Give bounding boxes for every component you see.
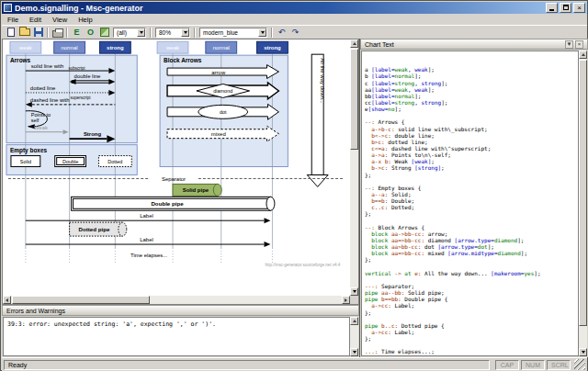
toolbar: E O (all) 80% modern_blue ↶ ↷ <box>2 26 587 39</box>
double-arrow-label: double line <box>74 73 101 79</box>
triangle-up-icon <box>582 53 585 56</box>
panel-close-button[interactable]: × <box>575 40 583 49</box>
entity-label: normal <box>213 45 230 51</box>
embedded-o-icon: O <box>87 28 94 38</box>
dotted-pipe-end <box>119 222 127 236</box>
embedded-e-icon: E <box>74 28 79 38</box>
object-button[interactable] <box>97 27 111 39</box>
dashed-arrow-superscript: superscript <box>71 96 92 100</box>
menu-view[interactable]: View <box>47 15 73 25</box>
scroll-left-button[interactable] <box>3 296 11 304</box>
self-arrow-label2: self <box>31 118 40 123</box>
error-line[interactable]: 39:3: error: unexpected string: 'a', exp… <box>7 320 345 328</box>
triangle-right-icon <box>345 298 347 302</box>
vscroll-thumb[interactable] <box>350 49 358 150</box>
status-message: Ready <box>4 360 490 370</box>
triangle-down-icon <box>353 290 356 293</box>
zoom-combo-arrow-button[interactable] <box>181 28 189 37</box>
arrowhead <box>264 218 270 223</box>
page-select-combo[interactable]: (all) <box>113 28 146 38</box>
page-combo-arrow-button[interactable] <box>137 28 145 37</box>
entity-label: strong <box>264 45 281 51</box>
menu-help[interactable]: Help <box>73 15 97 25</box>
design-value: modern_blue <box>203 29 238 36</box>
chevron-down-icon <box>261 31 265 34</box>
errors-vscrollbar[interactable] <box>350 317 358 356</box>
solid-empty-box-label: Solid <box>20 159 31 164</box>
zoom-combo[interactable]: 80% <box>155 28 190 38</box>
undo-icon: ↶ <box>278 28 286 38</box>
new-file-button[interactable] <box>4 27 17 39</box>
canvas-vscrollbar[interactable] <box>350 39 358 296</box>
entity-label: weak <box>18 45 32 51</box>
scroll-up-button[interactable] <box>350 39 358 48</box>
design-combo-arrow-button[interactable] <box>258 28 266 37</box>
minimize-button[interactable] <box>546 3 558 13</box>
save-button[interactable] <box>31 27 45 39</box>
code-editor[interactable]: a [label=weak, weak];b [label=normal];c … <box>361 51 579 356</box>
embedded-o-button[interactable]: O <box>84 27 97 39</box>
hscroll-thumb[interactable] <box>12 296 150 304</box>
toolbar-separator <box>66 28 68 38</box>
print-button[interactable] <box>51 27 64 39</box>
chart-text-title: Chart Text <box>365 41 394 48</box>
menu-file[interactable]: File <box>2 15 24 25</box>
titlebar[interactable]: Demo.signalling - Msc-generator × <box>2 2 587 14</box>
statusbar: Ready CAP NUM SCRL <box>2 357 587 371</box>
open-file-button[interactable] <box>17 27 31 39</box>
chart-text-header[interactable]: Chart Text ▼ × <box>360 39 588 50</box>
scroll-right-button[interactable] <box>342 296 350 304</box>
pipe-arrow-label-2: Label <box>140 237 153 242</box>
chart-text-panel: Chart Text ▼ × a [label=weak, weak];b [l… <box>359 39 588 357</box>
solid-pipe-end <box>213 184 221 196</box>
entity-label: strong <box>107 45 124 51</box>
errors-list[interactable]: 39:3: error: unexpected string: 'a', exp… <box>3 317 350 356</box>
close-button[interactable]: × <box>573 3 585 13</box>
errors-panel: Errors and Warnings 39:3: error: unexpec… <box>2 305 359 357</box>
solid-arrow-subscript: subscript <box>69 66 86 71</box>
arrowhead <box>264 242 270 247</box>
embedded-e-button[interactable]: E <box>70 27 84 39</box>
solid-pipe-label: Solid pipe <box>183 187 209 193</box>
resize-grip[interactable] <box>574 359 585 370</box>
block-arrow-diamond-label: diamond <box>213 88 232 94</box>
menu-edit[interactable]: Edit <box>24 15 47 25</box>
undo-button[interactable]: ↶ <box>275 27 288 39</box>
dotted-arrow-label: dotted line <box>30 85 56 91</box>
scroll-down-button[interactable] <box>350 287 358 296</box>
watermark-text: http://msc-generator.sourceforge.net v4.… <box>265 263 340 267</box>
design-combo[interactable]: modern_blue <box>199 28 267 38</box>
triangle-down-icon <box>353 351 356 354</box>
maximize-button[interactable] <box>560 3 571 13</box>
vscroll-thumb[interactable] <box>579 60 587 326</box>
empty-boxes-title: Empty boxes <box>10 147 48 154</box>
scrollbar-corner <box>350 296 358 304</box>
save-floppy-icon <box>34 28 43 37</box>
page-select-value: (all) <box>117 29 127 36</box>
arrows-box-title: Arrows <box>10 57 31 63</box>
open-folder-icon <box>19 28 30 36</box>
msc-diagram: Arrows solid line with subscript double … <box>3 39 350 297</box>
num-lock-indicator: NUM <box>521 360 545 370</box>
double-empty-box-label: Double <box>62 159 78 164</box>
chart-canvas[interactable]: Arrows solid line with subscript double … <box>2 39 359 305</box>
redo-button[interactable]: ↷ <box>288 27 302 39</box>
block-arrow-dot-label: dot <box>220 109 227 115</box>
canvas-hscrollbar[interactable] <box>3 296 350 304</box>
chevron-down-icon <box>140 31 143 34</box>
pin-button[interactable]: ▼ <box>565 40 573 49</box>
vertical-arrow-head <box>307 174 328 186</box>
code-vscrollbar[interactable] <box>579 51 587 356</box>
errors-panel-header[interactable]: Errors and Warnings <box>2 305 359 316</box>
dashed-arrow-label: dashed line with <box>30 97 70 103</box>
triangle-up-icon <box>353 320 356 322</box>
scroll-down-button[interactable] <box>579 348 587 356</box>
dotted-empty-box-label: Dotted <box>107 159 122 164</box>
triangle-left-icon <box>6 298 8 302</box>
double-pipe-label: Double pipe <box>151 200 184 207</box>
menubar: File Edit View Help <box>2 14 587 26</box>
scroll-up-button[interactable] <box>350 317 358 325</box>
scroll-up-button[interactable] <box>579 51 587 59</box>
entity-label: normal <box>62 45 78 51</box>
scroll-down-button[interactable] <box>350 348 358 356</box>
